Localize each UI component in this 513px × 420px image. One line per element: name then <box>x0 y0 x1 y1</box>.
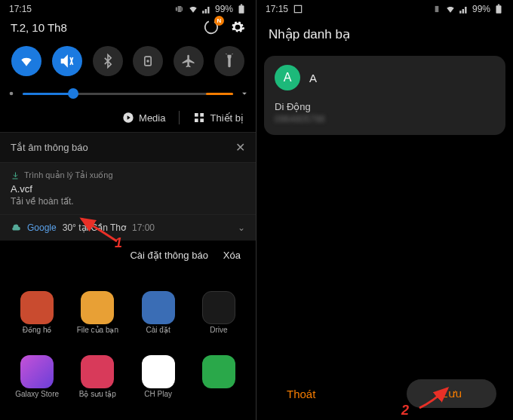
vibrate-icon <box>432 4 442 14</box>
app-galaxy-store[interactable]: Galaxy Store <box>9 355 65 416</box>
phone-number: 0964805788 <box>275 114 495 124</box>
battery-icon <box>493 4 504 14</box>
exit-button[interactable]: Thoát <box>273 380 329 408</box>
weather-text: 30° tại Cần Thơ <box>63 222 126 233</box>
phone-type-label: Di Động <box>275 101 495 112</box>
notifications-area: Tắt âm thông báo ✕ Trình quản lý Tải xuố… <box>0 132 256 270</box>
notification-actions: Cài đặt thông báo Xóa <box>0 241 256 270</box>
svg-rect-12 <box>496 5 502 13</box>
app-drive[interactable]: Drive <box>191 291 247 352</box>
status-bar: 17:15 99% <box>256 0 513 16</box>
silent-label: Tắt âm thông báo <box>11 142 88 153</box>
svg-rect-1 <box>241 5 242 6</box>
date-label: T.2, 10 Th8 <box>11 21 67 34</box>
close-icon[interactable]: ✕ <box>235 140 245 155</box>
contact-card: A A Di Động 0964805788 <box>264 56 505 135</box>
weather-notification[interactable]: Google 30° tại Cần Thơ 17:00 ⌄ <box>0 214 256 241</box>
avatar: A <box>275 65 300 90</box>
app-gallery[interactable]: Bộ sưu tập <box>69 355 125 416</box>
status-time: 17:15 <box>266 4 288 14</box>
quick-settings-toggles <box>0 41 256 85</box>
battery-icon <box>236 4 247 14</box>
status-bar: 17:15 99% <box>0 0 256 16</box>
svg-rect-10 <box>201 118 204 122</box>
annotation-label-2: 2 <box>401 403 409 418</box>
download-icon <box>11 171 20 180</box>
cloud-icon <box>11 222 21 233</box>
chevron-down-icon[interactable]: ⌄ <box>238 222 245 233</box>
airplane-toggle[interactable] <box>174 46 204 76</box>
download-file-name: A.vcf <box>11 183 245 195</box>
devices-button[interactable]: Thiết bị <box>193 112 244 124</box>
battery-percent: 99% <box>472 4 490 14</box>
app-clock[interactable]: Đồng hồ <box>9 291 65 352</box>
silent-notifications-header[interactable]: Tắt âm thông báo ✕ <box>0 132 256 162</box>
media-button[interactable]: Media <box>122 112 165 124</box>
svg-point-5 <box>10 92 14 96</box>
play-circle-icon <box>122 112 134 124</box>
status-icons: 99% <box>432 4 504 14</box>
svg-rect-8 <box>201 113 204 117</box>
page-title: Nhập danh bạ <box>256 16 513 53</box>
svg-rect-0 <box>239 5 244 13</box>
weather-time: 17:00 <box>132 222 155 233</box>
save-button[interactable]: Lưu <box>407 379 496 408</box>
flashlight-toggle[interactable] <box>214 46 244 76</box>
signal-icon <box>201 4 212 14</box>
chevron-down-icon[interactable] <box>239 88 250 99</box>
vibrate-icon <box>174 4 185 14</box>
divider <box>179 111 180 124</box>
svg-rect-11 <box>294 5 301 12</box>
signal-icon <box>459 4 469 14</box>
app-generic[interactable] <box>191 355 247 416</box>
svg-point-4 <box>147 60 149 62</box>
brightness-low-icon <box>6 88 17 99</box>
bottom-action-bar: Thoát Lưu <box>256 379 513 408</box>
svg-rect-9 <box>195 118 198 122</box>
weather-provider: Google <box>27 222 57 233</box>
phone-import-contact: 17:15 99% Nhập danh bạ A A Di Động 09648… <box>256 0 513 420</box>
notification-settings-button[interactable]: Cài đặt thông báo <box>130 250 207 261</box>
app-files[interactable]: File của bạn <box>69 291 125 352</box>
status-time: 17:15 <box>9 4 32 14</box>
contact-name: A <box>309 72 317 84</box>
clear-all-button[interactable]: Xóa <box>223 250 241 261</box>
wifi-icon <box>188 4 198 14</box>
svg-rect-13 <box>498 5 499 6</box>
bluetooth-toggle[interactable] <box>93 46 123 76</box>
screenshot-icon <box>293 4 303 14</box>
phone-notifications-panel: 17:15 99% T.2, 10 Th8 N <box>0 0 256 420</box>
brightness-slider[interactable] <box>0 85 256 106</box>
sound-toggle[interactable] <box>52 46 82 76</box>
app-play-store[interactable]: CH Play <box>131 355 186 416</box>
status-icons: 99% <box>174 4 247 14</box>
download-notification[interactable]: Trình quản lý Tải xuống A.vcf Tải về hoà… <box>0 162 256 214</box>
download-status: Tải về hoàn tất. <box>11 196 245 207</box>
home-screen-background: Đồng hồ File của bạn Cài đặt Drive Galax… <box>0 287 256 420</box>
power-menu-button[interactable]: N <box>203 19 220 35</box>
rotation-toggle[interactable] <box>133 46 163 76</box>
wifi-icon <box>445 4 456 14</box>
settings-icon[interactable] <box>230 20 245 35</box>
annotation-label-1: 1 <box>115 235 122 251</box>
svg-rect-7 <box>195 113 198 117</box>
quick-settings-header: T.2, 10 Th8 N <box>0 16 256 41</box>
badge: N <box>214 16 224 26</box>
app-settings[interactable]: Cài đặt <box>131 291 186 352</box>
battery-percent: 99% <box>215 4 233 14</box>
media-devices-row: Media Thiết bị <box>0 106 256 132</box>
wifi-toggle[interactable] <box>11 46 41 76</box>
grid-icon <box>193 112 205 124</box>
